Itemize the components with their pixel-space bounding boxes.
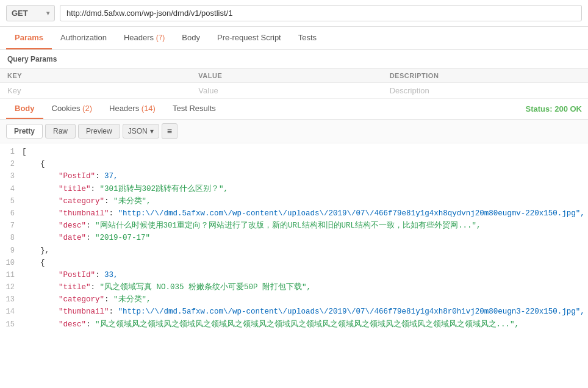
line-content: }, [22,245,588,257]
code-line: 1[ [0,146,588,158]
query-params-table-header: KEY VALUE DESCRIPTION [0,68,588,83]
code-line: 4 "title": "301跳转与302跳转有什么区别？", [0,183,588,195]
code-line: 7 "desc": "网站什么时候使用301重定向？网站进行了改版，新的URL结… [0,220,588,232]
rtab-cookies[interactable]: Cookies (2) [43,99,101,119]
query-params-section-label: Query Params [0,50,588,68]
code-toolbar: Pretty Raw Preview JSON ▾ ≡ [0,120,588,143]
line-number: 9 [0,245,22,257]
format-select[interactable]: JSON ▾ [123,124,159,138]
pretty-button[interactable]: Pretty [6,124,43,138]
line-content: "category": "未分类", [22,195,588,207]
url-input[interactable] [60,5,582,21]
code-line: 6 "thumbnail": "http:\/\/dmd.5afxw.com\/… [0,207,588,220]
resp-headers-badge: (14) [142,104,156,113]
rtab-body[interactable]: Body [6,99,43,119]
code-line: 11 "PostId": 33, [0,269,588,281]
line-number: 14 [0,306,22,318]
line-number: 7 [0,220,22,232]
line-number: 11 [0,269,22,281]
desc-input[interactable] [390,86,581,95]
code-line: 15 "desc": "风之领域风之领域风之领域风之领域风之领域风之领域风之领域… [0,318,588,329]
method-label: GET [12,9,28,18]
code-line: 3 "PostId": 37, [0,170,588,182]
response-tabs-row: Body Cookies (2) Headers (14) Test Resul… [0,99,588,120]
status-text: Status: 200 OK [526,104,583,113]
response-tabs: Body Cookies (2) Headers (14) Test Resul… [6,99,224,119]
line-content: "title": "风之领域写真 NO.035 粉嫩条纹小可爱50P 附打包下载… [22,281,588,293]
code-line: 5 "category": "未分类", [0,195,588,207]
line-number: 2 [0,158,22,170]
line-content: "PostId": 33, [22,269,588,281]
tab-params[interactable]: Params [6,27,52,49]
line-content: "PostId": 37, [22,170,588,182]
line-content: { [22,158,588,170]
line-number: 3 [0,170,22,182]
line-content: "title": "301跳转与302跳转有什么区别？", [22,183,588,195]
rtab-headers[interactable]: Headers (14) [101,99,164,119]
code-line: 2 { [0,158,588,170]
tab-tests[interactable]: Tests [290,27,325,49]
line-number: 15 [0,318,22,329]
code-line: 10 { [0,257,588,269]
line-content: "date": "2019-07-17" [22,232,588,244]
method-chevron: ▾ [46,10,49,16]
status-value: 200 OK [554,104,582,113]
tab-prerequest[interactable]: Pre-request Script [209,27,290,49]
format-chevron: ▾ [150,127,154,135]
code-line: 13 "category": "未分类", [0,293,588,306]
line-content: "thumbnail": "http:\/\/dmd.5afxw.com\/wp… [22,207,588,220]
line-number: 1 [0,146,22,158]
wrap-button[interactable]: ≡ [162,123,177,139]
line-number: 10 [0,257,22,269]
key-input[interactable] [7,86,198,95]
line-content: "desc": "风之领域风之领域风之领域风之领域风之领域风之领域风之领域风之领… [22,318,588,329]
code-line: 9 }, [0,245,588,257]
format-label: JSON [128,127,148,135]
col-key: KEY [7,72,198,79]
line-content: { [22,257,588,269]
line-number: 6 [0,207,22,220]
code-line: 8 "date": "2019-07-17" [0,232,588,244]
col-desc: DESCRIPTION [390,72,581,79]
raw-button[interactable]: Raw [45,124,76,138]
line-content: [ [22,146,588,158]
headers-badge: (7) [156,34,165,42]
query-params-row [0,83,588,99]
line-number: 12 [0,281,22,293]
value-input[interactable] [198,86,389,95]
line-content: "desc": "网站什么时候使用301重定向？网站进行了改版，新的URL结构和… [22,220,588,232]
request-tabs-row: Params Authorization Headers (7) Body Pr… [0,27,588,50]
line-number: 8 [0,232,22,244]
line-number: 13 [0,293,22,306]
tab-body[interactable]: Body [173,27,209,49]
tab-authorization[interactable]: Authorization [52,27,115,49]
cookies-badge: (2) [82,104,92,113]
code-line: 14 "thumbnail": "http:\/\/dmd.5afxw.com\… [0,306,588,318]
rtab-test-results[interactable]: Test Results [164,99,224,119]
code-line: 12 "title": "风之领域写真 NO.035 粉嫩条纹小可爱50P 附打… [0,281,588,293]
line-number: 5 [0,195,22,207]
line-content: "thumbnail": "http:\/\/dmd.5afxw.com\/wp… [22,306,588,318]
code-area[interactable]: 1[2 {3 "PostId": 37,4 "title": "301跳转与30… [0,143,588,329]
col-value: VALUE [198,72,389,79]
line-content: "category": "未分类", [22,293,588,306]
tab-headers[interactable]: Headers (7) [115,27,173,49]
top-bar: GET ▾ [0,0,588,27]
line-number: 4 [0,183,22,195]
method-select[interactable]: GET ▾ [6,5,55,21]
preview-button[interactable]: Preview [78,124,120,138]
